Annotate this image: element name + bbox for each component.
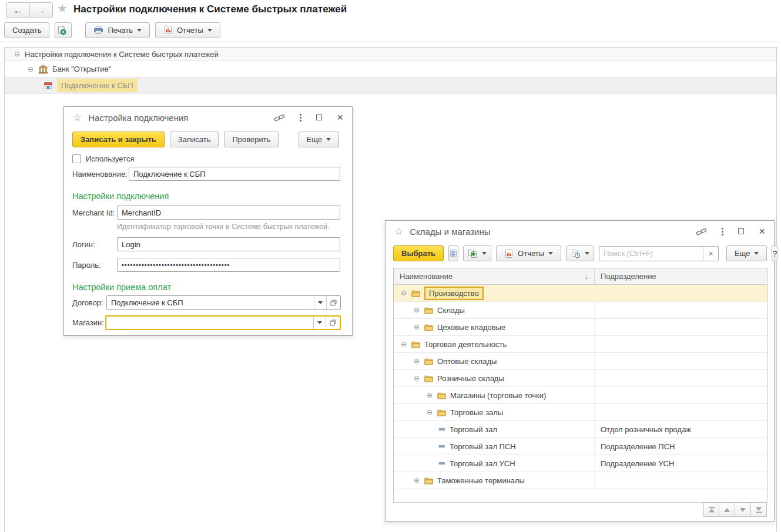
column-header-department[interactable]: Подразделение: [595, 272, 767, 281]
shop-label: Магазин:: [72, 318, 105, 327]
expander-plus-icon[interactable]: ⊕: [413, 357, 421, 365]
cell-name-label: Таможенные терминалы: [437, 476, 525, 485]
name-input[interactable]: [129, 167, 340, 181]
cell-department: Подразделение ПСН: [595, 442, 767, 451]
maximize-icon[interactable]: [316, 115, 322, 120]
go-down-button[interactable]: [735, 503, 751, 517]
cell-name-label: Цеховые кладовые: [437, 323, 505, 332]
forward-button[interactable]: →: [29, 3, 52, 18]
list-view-button[interactable]: [448, 245, 458, 261]
favorite-star-icon[interactable]: ☆: [73, 112, 82, 124]
expander-plus-icon[interactable]: ⊕: [425, 391, 434, 399]
select-button[interactable]: Выбрать: [393, 245, 444, 261]
folder-icon: [424, 307, 433, 314]
password-input[interactable]: [117, 258, 340, 272]
clear-search-icon[interactable]: ×: [703, 247, 718, 261]
row-navigation: [703, 503, 767, 517]
expander-minus-icon[interactable]: ⊖: [400, 340, 408, 348]
expander-plus-icon[interactable]: ⊕: [413, 306, 421, 314]
check-button[interactable]: Проверить: [224, 132, 279, 147]
table-row[interactable]: Торговый зал УСНПодразделение УСН: [394, 455, 767, 472]
go-last-button[interactable]: [751, 503, 767, 517]
login-field-row: Логин:: [72, 237, 340, 251]
help-button[interactable]: ?: [772, 245, 777, 261]
contract-input[interactable]: [107, 296, 314, 309]
table-row[interactable]: ⊖Торговая деятельность: [394, 336, 767, 353]
tree-row[interactable]: Подключение к СБП: [5, 78, 776, 94]
menu-dots-icon[interactable]: [300, 117, 301, 119]
save-button[interactable]: Записать: [170, 132, 219, 147]
open-button[interactable]: [326, 316, 340, 329]
merchant-input[interactable]: [117, 206, 340, 220]
tree-row[interactable]: ⊖Настройки подключения к Системе быстрых…: [5, 48, 776, 61]
cell-name: ⊕Склады: [394, 302, 595, 318]
link-icon[interactable]: [274, 113, 285, 122]
expander-minus-icon[interactable]: ⊖: [400, 289, 408, 297]
reports-button[interactable]: Отчеты: [155, 22, 220, 38]
print-button[interactable]: Печать: [85, 22, 150, 38]
set-period-button[interactable]: [566, 245, 594, 261]
dropdown-button[interactable]: [314, 296, 326, 309]
more-button[interactable]: Еще: [726, 245, 767, 261]
close-icon[interactable]: ×: [759, 226, 765, 237]
table-row[interactable]: ⊕Цеховые кладовые: [394, 319, 767, 336]
go-first-button[interactable]: [703, 503, 719, 517]
column-header-name[interactable]: Наименование ↓: [394, 268, 595, 284]
merchant-hint: Идентификатор торговой точки в Системе б…: [117, 223, 329, 231]
more-button[interactable]: Еще: [299, 132, 339, 147]
contract-field-row: Договор:: [72, 295, 341, 310]
shop-input[interactable]: [106, 316, 313, 329]
dropdown-button[interactable]: [313, 316, 326, 329]
table-row[interactable]: ⊕Магазины (торговые точки): [394, 387, 767, 404]
new-group-icon: [468, 249, 478, 258]
expander-minus-icon[interactable]: ⊖: [413, 374, 421, 382]
table-row[interactable]: Торговый залОтдел розничных продаж: [394, 421, 767, 438]
chevron-down-icon: [585, 252, 589, 255]
create-group-button[interactable]: [463, 245, 491, 261]
link-icon[interactable]: [696, 227, 707, 236]
expander-minus-icon[interactable]: ⊖: [13, 50, 21, 58]
forward-arrow-icon: →: [36, 5, 46, 16]
table-row[interactable]: Торговый зал ПСНПодразделение ПСН: [394, 438, 767, 455]
expander-plus-icon[interactable]: ⊕: [413, 476, 421, 484]
tree-row[interactable]: ⊖Банк "Открытие": [5, 61, 776, 78]
is-used-checkbox[interactable]: [72, 154, 81, 163]
table-row[interactable]: ⊖Торговые залы: [394, 404, 767, 421]
create-new-item-button[interactable]: [55, 22, 72, 38]
favorite-star-icon[interactable]: ★: [57, 1, 68, 15]
favorite-star-icon[interactable]: ☆: [394, 225, 403, 238]
item-icon: [438, 426, 445, 433]
name-field-row: Наименование:: [72, 167, 340, 181]
shop-select-field: [105, 315, 341, 330]
expander-minus-icon[interactable]: ⊖: [26, 65, 35, 73]
expander-minus-icon[interactable]: ⊖: [425, 408, 434, 416]
login-input[interactable]: [117, 237, 340, 251]
table-row[interactable]: ⊖Розничные склады: [394, 370, 767, 387]
cell-name-label: Розничные склады: [437, 374, 504, 383]
close-icon[interactable]: ×: [337, 112, 343, 123]
cell-name: Торговый зал: [394, 421, 595, 437]
menu-dots-icon[interactable]: [722, 231, 723, 233]
table-row[interactable]: ⊖Производство: [394, 285, 767, 302]
table-row[interactable]: ⊕Склады: [394, 302, 767, 319]
to-bottom-icon: [755, 507, 762, 513]
expander-plus-icon[interactable]: ⊕: [413, 323, 421, 331]
warehouse-rows: ⊖Производство⊕Склады⊕Цеховые кладовые⊖То…: [394, 285, 767, 489]
is-used-row: Используется: [72, 154, 135, 163]
reports-button[interactable]: Отчеты: [496, 245, 561, 261]
table-row[interactable]: ⊕Оптовые склады: [394, 353, 767, 370]
open-button[interactable]: [326, 296, 340, 309]
to-top-icon: [708, 507, 715, 513]
merchant-field-row: Merchant Id:: [72, 206, 340, 220]
chevron-down-icon: [548, 252, 553, 255]
search-input[interactable]: [599, 247, 703, 261]
back-button[interactable]: ←: [6, 3, 29, 18]
save-and-close-button[interactable]: Записать и закрыть: [72, 132, 165, 147]
cell-name: ⊖Розничные склады: [394, 370, 595, 386]
cell-name-label: Магазины (торговые точки): [450, 391, 546, 400]
go-up-button[interactable]: [719, 503, 735, 517]
create-button[interactable]: Создать: [4, 22, 49, 38]
maximize-icon[interactable]: [738, 228, 744, 234]
table-row[interactable]: ⊕Таможенные терминалы: [394, 472, 767, 489]
item-icon: [438, 443, 445, 450]
